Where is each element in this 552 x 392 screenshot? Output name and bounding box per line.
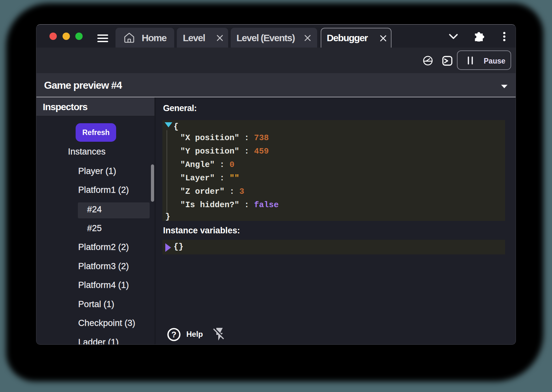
svg-text:?: ? xyxy=(171,330,176,339)
